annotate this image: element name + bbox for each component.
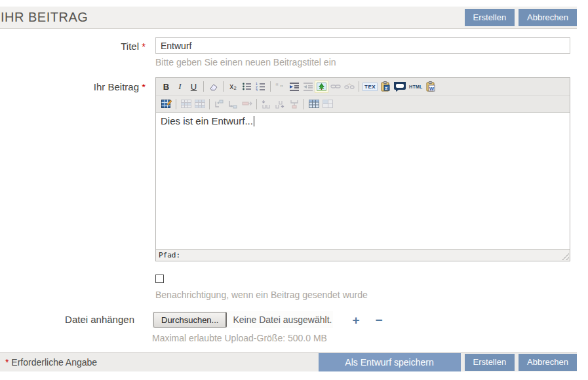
delete-row-icon[interactable]: [193, 98, 206, 110]
editor-toolbar-row1: B I U x₂ 123: [156, 78, 570, 96]
required-note-text: Erforderliche Angabe: [11, 357, 97, 368]
rich-text-editor: B I U x₂ 123: [155, 77, 570, 261]
bullet-list-icon[interactable]: [240, 81, 254, 93]
unlink-icon[interactable]: [342, 81, 356, 93]
browse-button[interactable]: Durchsuchen...: [153, 312, 227, 328]
insert-column-left-icon[interactable]: [212, 98, 226, 110]
cancel-button-bottom[interactable]: Abbrechen: [519, 354, 577, 371]
svg-text:3: 3: [256, 88, 258, 92]
svg-text:Σ: Σ: [385, 86, 387, 90]
svg-text:W: W: [429, 86, 435, 92]
notification-block: Benachrichtigung, wenn ein Beitrag gesen…: [155, 274, 577, 300]
max-upload-size-text: Maximal erlaubte Upload-Größe: 500.0 MB: [152, 333, 577, 343]
message-content-area[interactable]: Dies ist ein Entwurf...: [156, 113, 570, 249]
form-body: Titel * Bitte geben Sie einen neuen Beit…: [0, 29, 577, 343]
remove-attachment-button[interactable]: −: [376, 314, 383, 326]
underline-icon[interactable]: U: [187, 81, 201, 93]
add-attachment-button[interactable]: +: [352, 314, 359, 326]
form-footer: * Erforderliche Angabe Als Entwurf speic…: [0, 352, 577, 371]
subscript-icon[interactable]: x₂: [226, 81, 240, 93]
toolbar-separator: [203, 81, 204, 92]
notification-label: Benachrichtigung, wenn ein Beitrag gesen…: [155, 290, 577, 300]
insert-image-icon[interactable]: [315, 81, 328, 93]
cell-properties-icon[interactable]: [321, 98, 334, 110]
text-caret: [254, 116, 254, 126]
toolbar-separator: [209, 99, 210, 109]
remove-format-icon[interactable]: [206, 81, 220, 93]
message-required-asterisk: *: [142, 81, 146, 92]
delete-column-icon[interactable]: [240, 98, 254, 110]
title-input[interactable]: [155, 37, 570, 54]
toolbar-separator: [223, 81, 224, 92]
create-button-top[interactable]: Erstellen: [465, 9, 515, 26]
bold-icon[interactable]: B: [159, 81, 173, 93]
link-icon[interactable]: [328, 81, 342, 93]
toolbar-separator: [270, 81, 271, 92]
numbered-list-icon[interactable]: 123: [254, 81, 267, 93]
resize-grip[interactable]: [560, 252, 569, 260]
indent-icon[interactable]: [287, 81, 301, 93]
message-label: Ihr Beitrag *: [0, 76, 146, 300]
editor-path-bar: Pfad:: [156, 249, 570, 261]
comment-icon[interactable]: [392, 81, 408, 93]
page-header: IHR BEITRAG Erstellen Abbrechen: [0, 7, 577, 29]
toolbar-separator: [304, 99, 304, 109]
toolbar-separator: [256, 99, 257, 109]
attachment-label: Datei anhängen: [0, 311, 146, 343]
outdent-icon[interactable]: [301, 81, 315, 93]
message-text: Dies ist ein Entwurf...: [161, 115, 253, 126]
toolbar-separator: [359, 81, 359, 92]
table-properties-icon[interactable]: [307, 98, 321, 110]
page-title: IHR BEITRAG: [1, 10, 461, 25]
title-helper-text: Bitte geben Sie einen neuen Beitragstite…: [155, 57, 577, 67]
title-label: Titel *: [0, 37, 146, 67]
svg-text:”: ”: [280, 85, 283, 90]
editor-toolbar-row2: [156, 96, 570, 113]
required-note: * Erforderliche Angabe: [5, 357, 315, 368]
html-source-icon[interactable]: HTML: [408, 81, 424, 93]
no-file-text: Keine Datei ausgewählt.: [233, 314, 332, 325]
file-input: Durchsuchen... Keine Datei ausgewählt.: [152, 311, 333, 328]
post-form-page: IHR BEITRAG Erstellen Abbrechen Titel * …: [0, 7, 577, 371]
merge-cells-icon[interactable]: [287, 98, 301, 110]
title-required-asterisk: *: [142, 41, 146, 52]
edit-table-icon[interactable]: [159, 98, 173, 110]
toolbar-separator: [176, 99, 176, 109]
insert-column-right-icon[interactable]: [226, 98, 240, 110]
path-label: Pfad:: [159, 251, 180, 259]
insert-cell-icon[interactable]: [260, 98, 273, 110]
svg-text:“: “: [275, 83, 279, 90]
required-note-asterisk: *: [5, 357, 9, 368]
title-label-text: Titel: [121, 41, 139, 52]
blockquote-icon[interactable]: “”: [273, 81, 287, 93]
insert-row-icon[interactable]: [179, 98, 193, 110]
paste-from-word-icon[interactable]: W: [424, 81, 438, 93]
create-button-bottom[interactable]: Erstellen: [465, 354, 515, 371]
delete-cell-icon[interactable]: [273, 98, 287, 110]
notification-checkbox[interactable]: [155, 275, 164, 283]
tex-icon[interactable]: TEX: [362, 81, 378, 93]
save-draft-button[interactable]: Als Entwurf speichern: [319, 353, 461, 371]
italic-icon[interactable]: I: [173, 81, 187, 93]
message-label-text: Ihr Beitrag: [94, 81, 139, 92]
paste-icon[interactable]: Σ: [378, 81, 392, 93]
cancel-button-top[interactable]: Abbrechen: [519, 9, 577, 26]
